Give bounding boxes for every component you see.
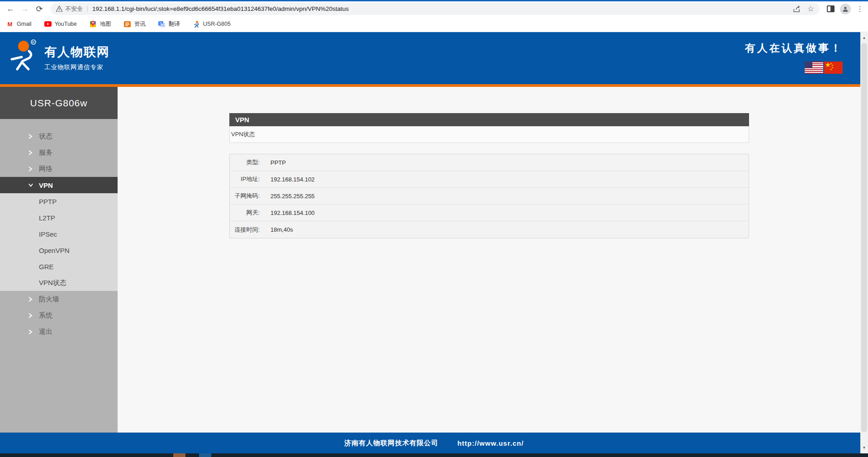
row-label: 类型: bbox=[230, 158, 260, 167]
sidebar-item-openvpn[interactable]: OpenVPN bbox=[0, 242, 118, 258]
bookmark-usr-g805[interactable]: USR-G805 bbox=[193, 20, 231, 28]
row-value: 255.255.255.255 bbox=[270, 193, 315, 200]
taskbar-fragment bbox=[199, 453, 211, 457]
sidebar-menu: 状态 服务 网络 VPN PPTP L2TP IPSec OpenVPN GRE… bbox=[0, 119, 118, 433]
brand-logo: R 有人物联网 工业物联网通信专家 bbox=[8, 39, 110, 72]
sidebar: USR-G806w 状态 服务 网络 VPN PPTP L2TP IPSec bbox=[0, 87, 118, 433]
row-label: 子网掩码: bbox=[230, 192, 260, 200]
forward-icon[interactable]: → bbox=[19, 3, 31, 15]
sidebar-item-network[interactable]: 网络 bbox=[0, 161, 118, 177]
sidebar-subitem-label: L2TP bbox=[39, 214, 55, 222]
chrome-menu-icon[interactable]: ⋮ bbox=[856, 5, 863, 13]
row-label: IP地址: bbox=[230, 175, 260, 183]
bookmark-youtube[interactable]: YouTube bbox=[44, 20, 77, 28]
table-row: 类型: PPTP bbox=[230, 154, 749, 171]
address-bar[interactable]: 不安全 192.168.1.1/cgi-bin/luci/;stok=e8ef9… bbox=[51, 3, 820, 15]
youtube-icon bbox=[44, 20, 52, 28]
taskbar-edge-strip bbox=[0, 453, 868, 457]
vpn-status-table: 类型: PPTP IP地址: 192.168.154.102 子网掩码: 255… bbox=[229, 154, 749, 238]
row-label: 网关: bbox=[230, 209, 260, 217]
table-row: IP地址: 192.168.154.102 bbox=[230, 171, 749, 188]
cn-flag-language-icon[interactable]: ★ ★ ★ ★ ★ bbox=[824, 62, 843, 74]
chevron-right-icon bbox=[28, 296, 33, 302]
vpn-submenu: PPTP L2TP IPSec OpenVPN GRE VPN状态 bbox=[0, 193, 118, 291]
sidebar-item-services[interactable]: 服务 bbox=[0, 144, 118, 161]
sidebar-item-label: 网络 bbox=[39, 165, 52, 173]
chevron-right-icon bbox=[28, 133, 33, 139]
bookmark-label: 地图 bbox=[100, 20, 111, 28]
sidebar-subitem-label: GRE bbox=[39, 263, 54, 271]
breadcrumb: VPN状态 bbox=[229, 126, 749, 143]
chevron-right-icon bbox=[28, 150, 33, 156]
bookmark-label: Gmail bbox=[17, 21, 32, 27]
maps-pin-icon bbox=[90, 20, 97, 28]
back-icon[interactable]: ← bbox=[5, 3, 16, 15]
gmail-icon: M bbox=[6, 20, 14, 28]
table-row: 子网掩码: 255.255.255.255 bbox=[230, 188, 749, 205]
sidebar-item-vpn-status[interactable]: VPN状态 bbox=[0, 275, 118, 291]
row-value: PPTP bbox=[270, 159, 286, 166]
sidebar-item-label: VPN bbox=[39, 181, 53, 189]
reload-icon[interactable]: ⟳ bbox=[33, 3, 45, 15]
brand-title: 有人物联网 bbox=[44, 44, 110, 60]
chevron-down-icon bbox=[28, 183, 33, 187]
company-name: 济南有人物联网技术有限公司 bbox=[344, 439, 438, 447]
header-slogan: 有人在认真做事！ bbox=[745, 41, 843, 55]
main-content: VPN VPN状态 类型: PPTP IP地址: 192.168.154.102… bbox=[118, 87, 868, 433]
chevron-right-icon bbox=[28, 313, 33, 319]
share-icon[interactable] bbox=[793, 5, 801, 13]
site-header: R 有人物联网 工业物联网通信专家 有人在认真做事！ ★ ★ ★ ★ ★ bbox=[0, 32, 868, 87]
us-flag-language-icon[interactable] bbox=[805, 62, 823, 74]
bookmark-label: 资讯 bbox=[134, 20, 146, 28]
sidebar-item-vpn[interactable]: VPN bbox=[0, 177, 118, 193]
table-row: 连接时间: 18m,40s bbox=[230, 221, 749, 238]
row-value: 192.168.154.102 bbox=[270, 176, 315, 183]
sidebar-item-logout[interactable]: 退出 bbox=[0, 324, 118, 340]
side-panel-icon[interactable] bbox=[827, 5, 835, 12]
sidebar-item-label: 退出 bbox=[39, 328, 52, 336]
not-secure-warning-icon bbox=[56, 6, 62, 12]
usr-person-icon bbox=[193, 20, 200, 28]
browser-toolbar: ← → ⟳ 不安全 192.168.1.1/cgi-bin/luci/;stok… bbox=[0, 1, 868, 16]
scrollbar-down-icon[interactable]: ▼ bbox=[860, 444, 868, 452]
scrollbar-thumb[interactable] bbox=[861, 43, 867, 432]
sidebar-subitem-label: PPTP bbox=[39, 198, 57, 205]
site-footer: 济南有人物联网技术有限公司 http://www.usr.cn/ bbox=[0, 433, 868, 453]
panel-title: VPN bbox=[229, 113, 749, 126]
device-name: USR-G806w bbox=[0, 87, 118, 119]
vpn-panel: VPN VPN状态 类型: PPTP IP地址: 192.168.154.102… bbox=[229, 113, 749, 238]
taskbar-fragment bbox=[173, 453, 185, 457]
sidebar-item-firewall[interactable]: 防火墙 bbox=[0, 291, 118, 307]
sidebar-subitem-label: VPN状态 bbox=[39, 279, 66, 287]
sidebar-item-status[interactable]: 状态 bbox=[0, 128, 118, 144]
chevron-right-icon bbox=[28, 329, 33, 335]
sidebar-item-pptp[interactable]: PPTP bbox=[0, 193, 118, 209]
brand-subtitle: 工业物联网通信专家 bbox=[44, 63, 110, 71]
profile-avatar[interactable] bbox=[840, 4, 851, 14]
sidebar-item-ipsec[interactable]: IPSec bbox=[0, 226, 118, 242]
svg-text:A: A bbox=[162, 24, 165, 27]
bookmark-news[interactable]: 资讯 bbox=[124, 20, 146, 28]
bookmark-label: 翻译 bbox=[169, 20, 180, 28]
scrollbar-up-icon[interactable]: ▲ bbox=[860, 34, 868, 42]
page-scrollbar[interactable]: ▲ ▼ bbox=[860, 32, 868, 453]
news-icon bbox=[124, 20, 131, 28]
bookmark-translate[interactable]: 文A 翻译 bbox=[158, 20, 180, 28]
bookmark-label: YouTube bbox=[55, 21, 77, 27]
table-row: 网关: 192.168.154.100 bbox=[230, 205, 749, 221]
bookmark-maps[interactable]: 地图 bbox=[90, 20, 111, 28]
sidebar-item-gre[interactable]: GRE bbox=[0, 258, 118, 275]
bookmark-gmail[interactable]: M Gmail bbox=[6, 20, 32, 28]
sidebar-subitem-label: OpenVPN bbox=[39, 247, 70, 254]
sidebar-item-l2tp[interactable]: L2TP bbox=[0, 209, 118, 226]
omnibox-divider bbox=[87, 6, 88, 12]
bookmarks-bar: M Gmail YouTube 地图 资讯 文A 翻译 bbox=[0, 16, 868, 32]
row-value: 18m,40s bbox=[270, 226, 293, 233]
sidebar-item-label: 防火墙 bbox=[39, 295, 59, 304]
sidebar-item-system[interactable]: 系统 bbox=[0, 307, 118, 324]
company-url[interactable]: http://www.usr.cn/ bbox=[457, 439, 524, 447]
security-label: 不安全 bbox=[65, 5, 83, 13]
chevron-right-icon bbox=[28, 166, 33, 172]
url-text[interactable]: 192.168.1.1/cgi-bin/luci/;stok=e8ef9cd6c… bbox=[92, 5, 788, 12]
bookmark-star-icon[interactable]: ☆ bbox=[807, 4, 814, 14]
